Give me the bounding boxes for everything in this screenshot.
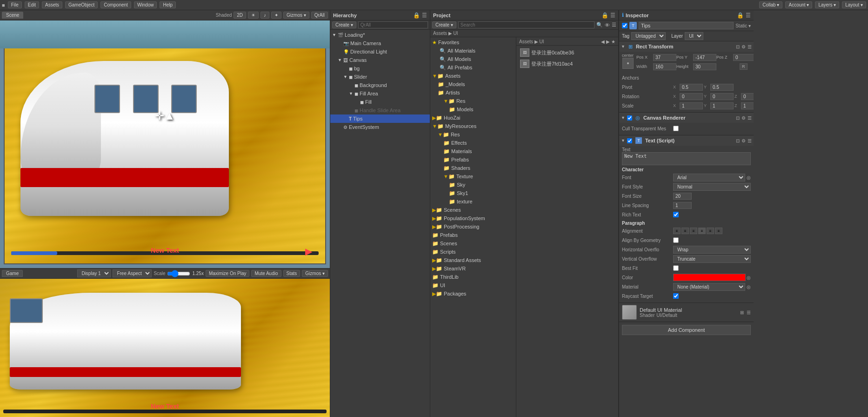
ui-item[interactable]: 📁 UI [430,281,516,289]
models-item[interactable]: 📁 _Models [430,80,516,88]
game-gizmos-btn[interactable]: Gizmos ▾ [302,270,328,277]
hierarchy-lock-icon[interactable]: 🔒 [413,12,420,19]
project-menu-icon[interactable]: ☰ [610,12,615,19]
hierarchy-create-btn[interactable]: Create ▾ [332,21,356,28]
align-left-mid[interactable]: ≡ [698,228,706,234]
standard-item[interactable]: ▶📁 Standard Assets [430,256,516,264]
prefabs-item-my[interactable]: 📁 Prefabs [430,155,516,164]
all-models-item[interactable]: 🔍 All Models [430,55,516,63]
packages-item[interactable]: ▶📁 Packages [430,289,516,298]
hierarchy-item-fillarea[interactable]: ▼ ◼ Fill Area [330,89,430,98]
account-btn[interactable]: Account ▾ [785,1,812,8]
mute-btn[interactable]: Mute Audio [251,270,281,277]
shaders-item[interactable]: 📁 Shaders [430,164,516,172]
h-overflow-select[interactable]: Wrap [673,246,751,254]
myresources-item[interactable]: ▼📁 MyResources [430,122,516,130]
hierarchy-item-maincamera[interactable]: 📷 Main Camera [330,39,430,47]
window-menu[interactable]: Window [134,1,157,8]
all-prefabs-item[interactable]: 🔍 All Prefabs [430,63,516,72]
gizmos-btn[interactable]: Gizmos ▾ [283,12,309,19]
canvas-menu-icon[interactable]: ☰ [748,115,752,121]
object-name-field[interactable] [639,22,734,29]
text-script-active[interactable] [627,138,632,143]
rect-ref-icon[interactable]: ⊡ [736,44,740,49]
rich-text-checkbox[interactable] [673,212,679,217]
inspector-menu-icon[interactable]: ☰ [746,12,751,19]
hierarchy-search[interactable] [358,21,428,28]
text-textarea[interactable]: New Text [622,152,751,165]
file-menu[interactable]: File [8,1,22,8]
sky1-item[interactable]: 📁 Sky1 [430,189,516,197]
thirdlib-item[interactable]: 📁 ThirdLib [430,273,516,281]
game-slider-bar[interactable] [3,410,327,413]
assets-root[interactable]: ▼📁 Assets [430,72,516,80]
gameobject-menu[interactable]: GameObject [65,1,98,8]
inspector-lock-icon[interactable]: 🔒 [737,12,744,19]
sky-item[interactable]: 📁 Sky [430,181,516,189]
project-create-btn[interactable]: Create ▾ [432,21,456,28]
layout-btn[interactable]: Layout ▾ [842,1,866,8]
font-size-field[interactable] [673,193,692,200]
raycast-checkbox[interactable] [673,293,679,299]
scale-x-field[interactable] [680,102,703,109]
line-spacing-field[interactable] [673,202,692,209]
rot-z-field[interactable] [741,93,754,100]
artists-item[interactable]: 📁 Artists [430,88,516,97]
texture-item[interactable]: 📁 texture [430,197,516,206]
postprocess-item[interactable]: ▶📁 PostProcessing [430,222,516,231]
hierarchy-item-bg[interactable]: ◼ bg [330,64,430,73]
r-button[interactable]: R [740,63,748,70]
assets-menu[interactable]: Assets [42,1,62,8]
tag-select[interactable]: Untagged [631,32,666,40]
hierarchy-item-tips[interactable]: T Tips [330,114,430,123]
best-fit-checkbox[interactable] [673,265,679,271]
game-tab[interactable]: Game [2,270,23,277]
align-left-top[interactable]: ≡ [673,228,681,234]
help-menu[interactable]: Help [160,1,176,8]
pivot-y-field[interactable] [710,84,734,91]
project-sort-icon[interactable]: ☰ [612,22,616,28]
hierarchy-item-fill[interactable]: ◼ Fill [330,98,430,106]
mode-2d-btn[interactable]: 2D [234,12,246,19]
component-menu[interactable]: Component [100,1,131,8]
rect-transform-header[interactable]: ▼ ⊞ Rect Transform ⊡ ⚙ ☰ [619,41,754,52]
rot-y-field[interactable] [710,93,734,100]
text-menu-icon[interactable]: ☰ [748,138,752,143]
canvas-settings-icon[interactable]: ⚙ [741,115,746,121]
color-swatch[interactable] [673,274,746,281]
scene-fx-btn[interactable]: ✦ [271,12,281,19]
materials-item[interactable]: 📁 Materials [430,147,516,155]
canvas-renderer-header[interactable]: ▼ ◎ Canvas Renderer ⊡ ⚙ ☰ [619,113,754,123]
scene-light-btn[interactable]: ☀ [248,12,259,19]
canvas-renderer-active[interactable] [627,115,632,121]
height-field[interactable] [693,63,716,70]
material-picker-icon[interactable]: ◎ [747,284,751,289]
pivot-x-field[interactable] [680,84,703,91]
posx-field[interactable] [653,54,676,61]
scale-z-field[interactable] [741,102,754,109]
text-settings-icon[interactable]: ⚙ [741,138,746,143]
file-item-1[interactable]: 🖼 登录注册0ca0be36 [518,47,616,58]
scene-audio-btn[interactable]: ♪ [260,12,269,19]
posy-field[interactable] [693,54,716,61]
align-right-mid[interactable]: ≡ [715,228,722,234]
align-geo-checkbox[interactable] [673,237,679,243]
huozai-item[interactable]: ▶📁 HuoZai [430,114,516,122]
steamvr-item[interactable]: ▶📁 SteamVR [430,264,516,273]
myres-res-item[interactable]: ▼📁 Res [430,130,516,139]
v-overflow-select[interactable]: Truncate [673,255,751,263]
game-viewport[interactable]: New Text [0,279,330,417]
width-field[interactable] [653,63,676,70]
align-center-mid[interactable]: ≡ [707,228,714,234]
scene-search-btn[interactable]: QrAll [311,12,328,19]
add-component-btn[interactable]: Add Component [622,325,751,335]
posz-field[interactable] [733,54,754,61]
stats-btn[interactable]: Stats [283,270,300,277]
text-ref-icon[interactable]: ⊡ [736,138,740,143]
file-item-2[interactable]: 🖼 登录注册7fd10ac4 [518,59,616,69]
font-picker-icon[interactable]: ◎ [747,175,751,180]
population-item[interactable]: ▶📁 PopulationSystem [430,214,516,222]
hierarchy-item-canvas[interactable]: ▼ 🖼 Canvas [330,56,430,64]
color-picker-icon[interactable]: ◎ [747,275,751,280]
res-item[interactable]: ▼📁 Res [430,97,516,105]
